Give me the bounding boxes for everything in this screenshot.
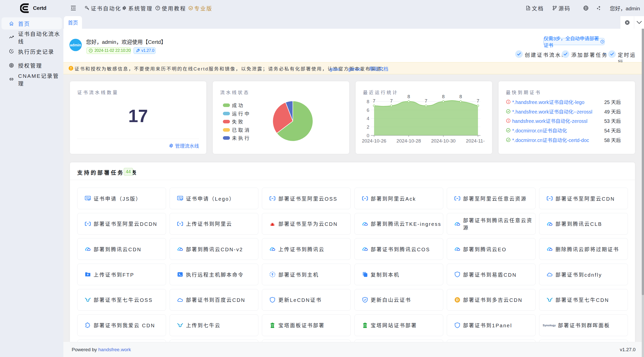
- svg-text:运行中: 运行中: [232, 111, 251, 117]
- svg-text:7: 7: [390, 98, 393, 103]
- svg-text:已取消: 已取消: [232, 128, 251, 133]
- svg-text:7: 7: [425, 98, 427, 103]
- svg-text:8: 8: [367, 99, 369, 104]
- svg-text:2024-11-01: 2024-11-01: [466, 138, 485, 144]
- svg-text:失败: 失败: [232, 119, 245, 125]
- svg-text:4: 4: [367, 116, 369, 121]
- svg-text:未执行: 未执行: [232, 136, 251, 141]
- svg-text:2: 2: [367, 124, 369, 130]
- svg-text:2024-10-26: 2024-10-26: [362, 138, 386, 144]
- svg-text:?: ?: [157, 7, 158, 10]
- svg-text:2024-10-30: 2024-10-30: [431, 138, 456, 144]
- svg-text:8: 8: [442, 94, 445, 99]
- svg-text:7: 7: [373, 98, 376, 103]
- svg-text:D: D: [456, 298, 459, 302]
- svg-text:Synology: Synology: [543, 324, 556, 327]
- svg-text:?: ?: [602, 40, 603, 43]
- svg-text:8: 8: [459, 94, 462, 99]
- svg-text:7: 7: [477, 98, 479, 103]
- svg-text:0: 0: [367, 133, 369, 138]
- svg-text:2024-10-28: 2024-10-28: [396, 138, 421, 144]
- svg-text:6: 6: [367, 108, 369, 113]
- svg-text:成功: 成功: [232, 103, 245, 108]
- svg-text:8: 8: [407, 94, 410, 99]
